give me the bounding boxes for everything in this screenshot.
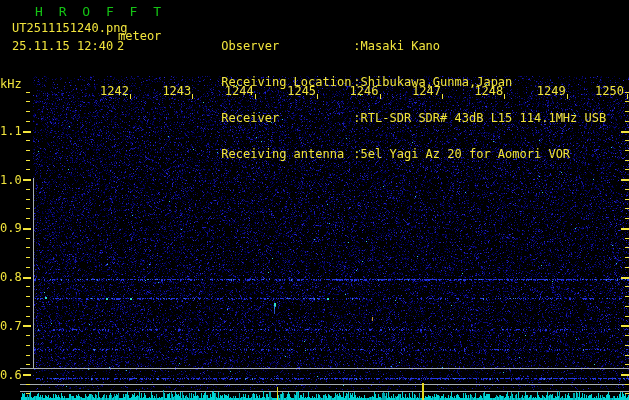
observation-datetime: 25.11.15 12:40 bbox=[12, 40, 113, 52]
time-tick-label: 1245 bbox=[287, 84, 316, 98]
time-tick-label: 1244 bbox=[225, 84, 254, 98]
time-tick-label: 1248 bbox=[474, 84, 503, 98]
info-row-antenna: Receiving antenna:5el Yagi Az 20 for Aom… bbox=[178, 136, 606, 148]
info-value: :5el Yagi Az 20 for Aomori VOR bbox=[353, 147, 570, 161]
time-tick-label: 1246 bbox=[350, 84, 379, 98]
station-label: meteor bbox=[118, 30, 161, 42]
freq-tick-label: 0.7 bbox=[0, 319, 24, 333]
info-value: :RTL-SDR SDR# 43dB L15 114.1MHz USB bbox=[353, 111, 606, 125]
freq-tick-label: 0.6 bbox=[0, 368, 24, 382]
freq-tick-label: 1.1 bbox=[0, 124, 24, 138]
freq-tick-label: 1.0 bbox=[0, 173, 24, 187]
info-row-receiver: Receiver:RTL-SDR SDR# 43dB L15 114.1MHz … bbox=[178, 100, 606, 112]
output-filename: UT2511151240.png bbox=[12, 22, 128, 34]
time-tick-label: 1242 bbox=[100, 84, 129, 98]
info-label: Receiving antenna bbox=[221, 148, 353, 160]
hrofft-screen: H R O F F T UT2511151240.png meteor 25.1… bbox=[0, 0, 629, 400]
time-tick-label: 1250 bbox=[595, 84, 624, 98]
info-row-observer: Observer:Masaki Kano bbox=[178, 28, 606, 40]
info-value: :Masaki Kano bbox=[353, 39, 440, 53]
freq-tick-label: 0.8 bbox=[0, 270, 24, 284]
time-tick-label: 1249 bbox=[537, 84, 566, 98]
time-tick-label: 1243 bbox=[162, 84, 191, 98]
info-label: Receiver bbox=[221, 112, 353, 124]
info-row-location: Receiving Location:Shibukawa,Gunma,Japan bbox=[178, 64, 606, 76]
info-label: Observer bbox=[221, 40, 353, 52]
y-axis-unit-label: kHz bbox=[0, 78, 22, 90]
echo-count: 2 bbox=[117, 40, 124, 52]
freq-tick-label: 0.9 bbox=[0, 221, 24, 235]
app-title: H R O F F T bbox=[35, 6, 165, 18]
time-tick-label: 1247 bbox=[412, 84, 441, 98]
